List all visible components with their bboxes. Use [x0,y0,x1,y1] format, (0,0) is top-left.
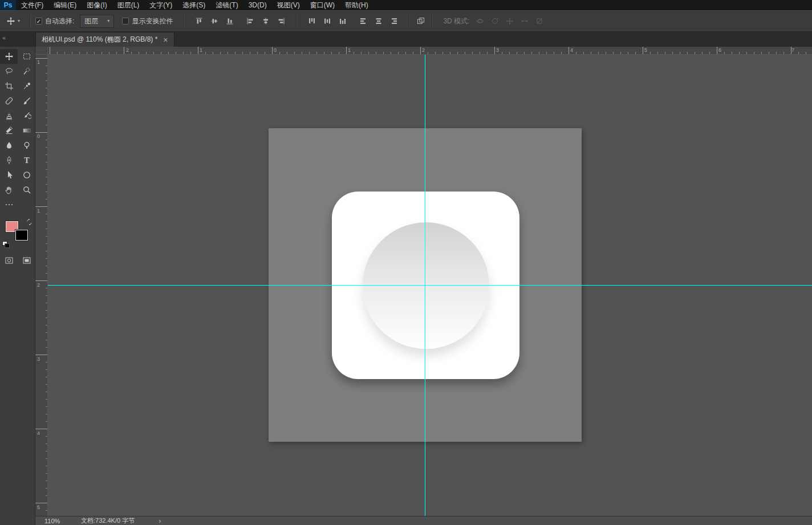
hand-tool[interactable] [0,182,18,197]
show-transform-label: 显示变换控件 [132,17,173,26]
ruler-number: 6 [718,47,721,53]
ruler-number: 5 [37,504,40,510]
options-bar: ▾ ✓ 自动选择: 图层 ▾ 显示变换控件 3D 模式: [0,10,812,32]
quick-select-tool[interactable] [18,64,35,79]
ellipse-tool[interactable] [18,168,35,182]
align-right-icon[interactable] [275,15,287,27]
eyedropper-tool[interactable] [18,79,35,93]
move-tool-icon [6,17,15,26]
ruler-number: 0 [274,47,277,53]
background-color-swatch[interactable] [15,230,28,241]
ruler-number: 0 [37,133,40,139]
3d-orbit-icon[interactable] [474,15,486,27]
3d-mode-icons [474,15,546,27]
distribute-right-icon[interactable] [388,15,400,27]
ruler-number: 1 [37,208,40,214]
menu-filter[interactable]: 滤镜(T) [210,0,243,10]
align-bottom-icon[interactable] [224,15,236,27]
type-tool[interactable]: T [18,153,35,168]
chevron-down-icon: ▾ [18,19,20,23]
horizontal-guide[interactable] [48,285,812,286]
photoshop-logo[interactable]: Ps [0,0,16,10]
auto-align-layers-icon[interactable] [415,15,427,27]
align-left-icon[interactable] [244,15,257,27]
horizontal-ruler[interactable]: 2101234567 [48,47,812,55]
menu-3d[interactable]: 3D(D) [243,0,272,10]
menu-window[interactable]: 窗口(W) [305,0,340,10]
zoom-level-field[interactable]: 110% [44,518,66,524]
brush-tool[interactable] [18,93,35,108]
crop-tool[interactable] [0,79,18,93]
eraser-tool[interactable] [0,123,18,138]
collapse-panel-icon[interactable]: « [2,35,6,41]
swap-colors-icon[interactable] [26,219,33,225]
tab-close-icon[interactable]: × [163,36,168,44]
menu-bar: Ps 文件(F)编辑(E)图像(I)图层(L)文字(Y)选择(S)滤镜(T)3D… [0,0,812,10]
divider [183,14,184,28]
default-colors-icon[interactable] [2,241,9,247]
menu-type[interactable]: 文字(Y) [144,0,177,10]
quick-mask-button[interactable] [0,253,18,268]
svg-text:T: T [24,156,30,165]
show-transform-controls-checkbox[interactable]: 显示变换控件 [122,17,173,26]
ruler-number: 3 [37,356,40,362]
dropdown-value: 图层 [84,17,98,26]
menu-view[interactable]: 视图(V) [272,0,305,10]
align-top-icon[interactable] [193,15,205,27]
document-tab-title: 相机UI.psd @ 110% (椭圆 2, RGB/8) * [42,35,157,44]
blur-tool[interactable] [0,138,18,153]
checkbox-checked-icon: ✓ [35,18,42,25]
auto-select-checkbox[interactable]: ✓ 自动选择: [35,17,74,26]
document-size-info[interactable]: 文档:732.4K/0 字节 [81,516,135,525]
more-tool[interactable] [0,197,18,212]
align-group [244,15,287,27]
tools-panel: T [0,47,35,525]
ruler-number: 3 [496,47,499,53]
ruler-origin-corner[interactable] [35,47,48,55]
canvas-pasteboard[interactable] [48,55,812,516]
3d-slide-icon[interactable] [518,15,531,27]
tool-preset-picker[interactable]: ▾ [5,15,22,27]
align-vertical-center-icon[interactable] [208,15,221,27]
distribute-left-icon[interactable] [357,15,370,27]
menu-file[interactable]: 文件(F) [16,0,48,10]
document-tab-bar: « 相机UI.psd @ 110% (椭圆 2, RGB/8) * × [0,32,812,47]
3d-scale-icon[interactable] [533,15,546,27]
photoshop-window: Ps 文件(F)编辑(E)图像(I)图层(L)文字(Y)选择(S)滤镜(T)3D… [0,0,812,525]
3d-pan-icon[interactable] [504,15,516,27]
distribute-bottom-icon[interactable] [336,15,349,27]
align-group [193,15,236,27]
distribute-top-icon[interactable] [306,15,318,27]
lasso-tool[interactable] [0,64,18,79]
dodge-tool[interactable] [18,138,35,153]
menu-edit[interactable]: 编辑(E) [48,0,82,10]
status-options-chevron-icon[interactable]: › [159,517,161,525]
history-brush-tool[interactable] [18,108,35,123]
align-horizontal-center-icon[interactable] [259,15,272,27]
move-tool[interactable] [0,49,18,64]
menu-image[interactable]: 图像(I) [82,0,112,10]
pen-tool[interactable] [0,153,18,168]
3d-roll-icon[interactable] [489,15,501,27]
marquee-tool[interactable] [18,49,35,64]
menu-layer[interactable]: 图层(L) [112,0,145,10]
path-select-tool[interactable] [0,168,18,182]
document-tab[interactable]: 相机UI.psd @ 110% (椭圆 2, RGB/8) * × [35,32,174,47]
healing-tool[interactable] [0,93,18,108]
ruler-number: 4 [37,430,40,436]
distribute-horizontal-center-icon[interactable] [372,15,385,27]
clone-stamp-tool[interactable] [0,108,18,123]
auto-select-target-dropdown[interactable]: 图层 ▾ [80,15,114,28]
3d-mode-label: 3D 模式: [443,17,469,26]
menu-help[interactable]: 帮助(H) [340,0,373,10]
vertical-ruler[interactable]: 1012345 [35,55,48,516]
tools-grid: T [0,47,35,212]
checkbox-unchecked-icon [122,18,129,25]
distribute-vertical-center-icon[interactable] [321,15,334,27]
divider [30,14,31,28]
auto-select-label: 自动选择: [45,17,74,26]
screen-mode-button[interactable] [18,253,35,268]
gradient-tool[interactable] [18,123,35,138]
zoom-tool[interactable] [18,182,35,197]
menu-select[interactable]: 选择(S) [177,0,210,10]
